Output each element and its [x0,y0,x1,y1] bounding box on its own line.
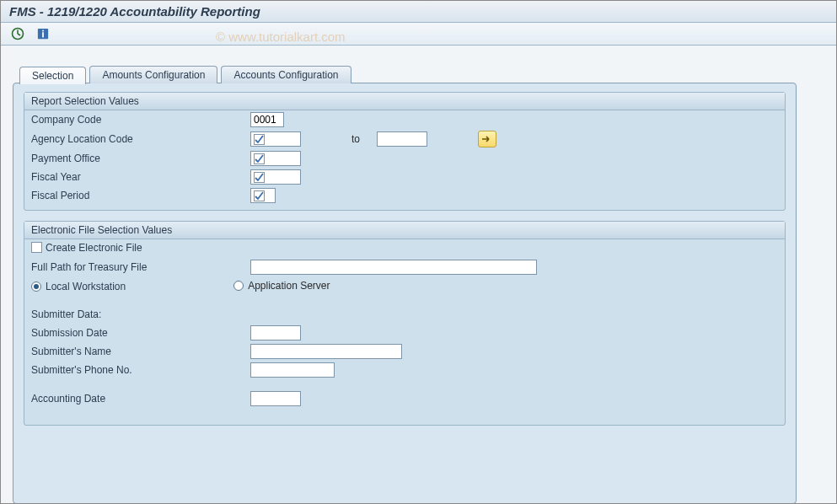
payment-office-input[interactable] [250,151,301,166]
agency-location-from-input[interactable] [250,131,301,147]
checked-icon [254,190,265,201]
local-workstation-radio-wrapper[interactable]: Local Workstation [31,281,126,292]
svg-rect-5 [42,32,44,37]
submitter-phone-label: Submitter's Phone No. [31,364,217,376]
local-workstation-label: Local Workstation [46,281,126,292]
svg-rect-4 [42,30,44,32]
client-area: Selection Amounts Configuration Accounts… [1,46,836,504]
submitter-name-label: Submitter's Name [31,346,217,357]
arrow-right-icon [481,135,493,143]
checked-icon [254,172,265,183]
submission-date-label: Submission Date [31,327,217,339]
toolbar [1,23,836,46]
multiple-selection-button[interactable] [478,131,496,147]
company-code-input[interactable] [250,112,284,127]
payment-office-label: Payment Office [31,153,217,164]
submitter-data-header: Submitter Data: [31,308,217,320]
checked-icon [254,134,265,145]
info-icon[interactable] [33,25,53,42]
application-server-label: Application Server [248,280,330,292]
submitter-name-input[interactable] [250,344,402,359]
create-file-checkbox-wrapper: Create Electronic File [31,242,142,256]
agency-location-to-input[interactable] [377,131,427,147]
accounting-date-input[interactable] [250,391,301,406]
company-code-label: Company Code [31,114,217,126]
submitter-phone-input[interactable] [250,362,335,378]
create-electronic-file-checkbox[interactable] [31,242,42,253]
full-path-input[interactable] [250,260,537,275]
group-report-selection: Report Selection Values Company Code Age… [24,92,786,211]
execute-icon[interactable] [8,25,28,42]
fiscal-period-input[interactable] [250,188,276,203]
checked-icon [254,153,265,164]
fiscal-year-label: Fiscal Year [31,171,217,183]
submission-date-input[interactable] [250,325,301,340]
full-path-label: Full Path for Treasury File [31,261,217,273]
tab-panel: Report Selection Values Company Code Age… [13,83,797,504]
agency-location-label: Agency Location Code [31,133,217,145]
group-electronic-file: Electronic File Selection Values Create … [24,221,786,426]
window-title-bar: FMS - 1219/1220 Accountability Reporting [1,1,836,23]
fiscal-year-input[interactable] [250,169,301,185]
local-workstation-radio[interactable] [31,281,41,292]
window-title: FMS - 1219/1220 Accountability Reporting [9,4,260,19]
create-electronic-file-label: Create Electronic File [46,242,142,254]
group-electronic-file-title: Electronic File Selection Values [24,222,785,239]
tab-selection[interactable]: Selection [19,67,86,84]
fiscal-period-label: Fiscal Period [31,190,217,201]
tab-accounts-configuration[interactable]: Accounts Configuration [221,66,351,83]
svg-line-2 [18,34,20,35]
agency-location-to-label: to [351,133,360,145]
tab-strip: Selection Amounts Configuration Accounts… [13,66,828,83]
group-report-selection-title: Report Selection Values [24,93,785,110]
accounting-date-label: Accounting Date [31,393,217,405]
application-server-radio-wrapper[interactable]: Application Server [233,280,330,292]
tab-amounts-configuration[interactable]: Amounts Configuration [89,66,217,83]
application-server-radio[interactable] [233,281,244,291]
